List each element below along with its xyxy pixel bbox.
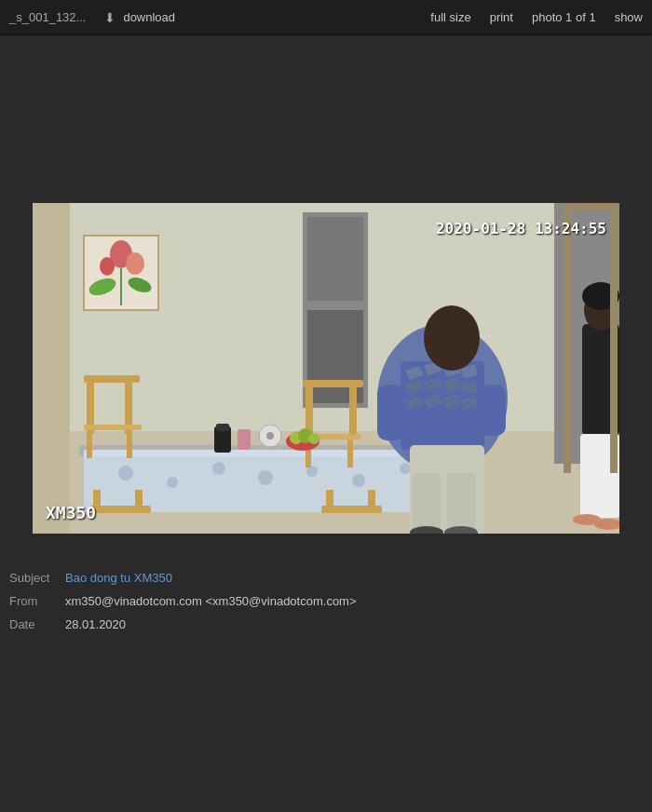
- svg-rect-83: [564, 203, 618, 210]
- svg-point-20: [212, 462, 225, 475]
- svg-point-66: [424, 305, 480, 371]
- svg-rect-30: [127, 430, 132, 458]
- from-row: From xm350@vinadotcom.com <xm350@vinadot…: [9, 594, 633, 608]
- svg-rect-33: [135, 490, 143, 508]
- svg-rect-28: [84, 425, 142, 430]
- full-size-button[interactable]: full size: [430, 10, 470, 24]
- svg-rect-41: [326, 490, 333, 508]
- date-label: Date: [9, 617, 65, 631]
- svg-rect-25: [84, 375, 140, 383]
- svg-point-24: [400, 463, 411, 474]
- filename-label: _s_001_132...: [9, 10, 86, 24]
- date-value: 28.01.2020: [65, 617, 126, 631]
- svg-rect-42: [368, 490, 375, 508]
- subject-value[interactable]: Bao dong tu XM350: [65, 571, 172, 585]
- svg-point-21: [258, 470, 273, 485]
- svg-point-10: [126, 252, 144, 275]
- camera-timestamp: 2020-01-28 13:24:55: [436, 220, 606, 237]
- svg-rect-5: [307, 217, 363, 301]
- main-content: 2020-01-28 13:24:55 XM350: [0, 35, 652, 543]
- svg-rect-70: [413, 473, 441, 534]
- subject-row: Subject Bao dong tu XM350: [9, 571, 633, 585]
- svg-point-18: [118, 466, 133, 480]
- from-label: From: [9, 594, 65, 608]
- svg-rect-34: [303, 380, 363, 387]
- svg-point-23: [352, 474, 365, 487]
- svg-point-19: [167, 477, 178, 488]
- svg-rect-16: [84, 450, 428, 457]
- cctv-scene: 2020-01-28 13:24:55 XM350: [33, 203, 619, 534]
- svg-rect-29: [87, 430, 92, 458]
- email-metadata: Subject Bao dong tu XM350 From xm350@vin…: [0, 543, 652, 650]
- svg-point-11: [100, 257, 115, 276]
- date-row: Date 28.01.2020: [9, 617, 633, 631]
- svg-rect-44: [216, 424, 229, 431]
- camera-frame: 2020-01-28 13:24:55 XM350: [33, 203, 619, 534]
- svg-rect-82: [610, 203, 618, 473]
- svg-rect-68: [480, 385, 506, 436]
- photo-counter: photo 1 of 1: [532, 10, 596, 24]
- svg-rect-45: [238, 429, 251, 450]
- svg-rect-71: [447, 473, 475, 534]
- toolbar-actions: ⬇ download: [104, 10, 175, 25]
- svg-point-51: [308, 433, 319, 444]
- camera-label: XM350: [46, 503, 96, 522]
- subject-label: Subject: [9, 571, 65, 585]
- svg-rect-36: [349, 387, 357, 439]
- download-icon: ⬇: [104, 10, 115, 25]
- download-button[interactable]: download: [123, 10, 175, 24]
- show-button[interactable]: show: [615, 10, 643, 24]
- svg-rect-3: [33, 203, 70, 534]
- svg-point-47: [266, 432, 274, 440]
- center-actions: full size print: [430, 10, 513, 24]
- svg-rect-39: [347, 440, 353, 467]
- svg-rect-67: [377, 385, 405, 440]
- toolbar: _s_001_132... ⬇ download full size print…: [0, 0, 652, 35]
- svg-rect-81: [564, 203, 571, 473]
- from-value: xm350@vinadotcom.com <xm350@vinadotcom.c…: [65, 594, 357, 608]
- print-button[interactable]: print: [490, 10, 513, 24]
